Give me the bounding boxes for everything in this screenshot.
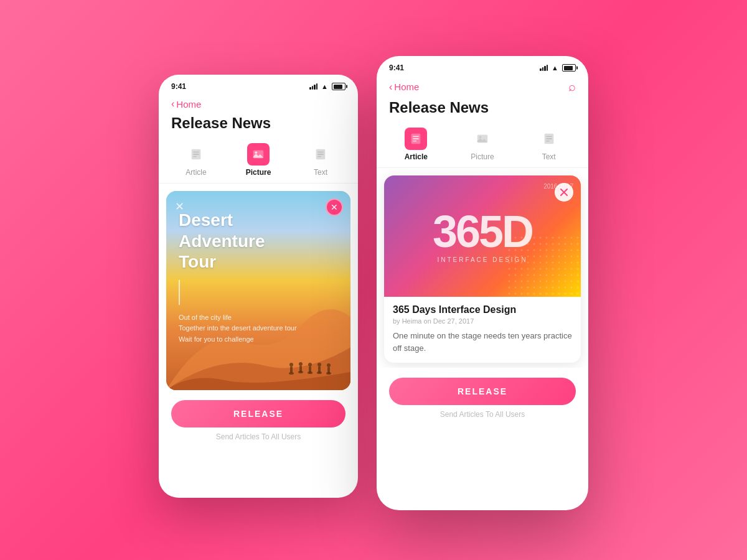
article-icon-front (409, 132, 423, 146)
tab-label-article-front: Article (405, 152, 428, 161)
tab-icon-article-back (185, 143, 207, 166)
phones-container: 9:41 ▲ ‹ Home Release News (140, 37, 607, 523)
article-image-content: 365D INTERFACE DESIGN (433, 209, 532, 263)
picture-icon-back (251, 147, 265, 161)
close-x-icon-back[interactable]: ✕ (175, 200, 184, 213)
tab-label-text-back: Text (314, 168, 327, 177)
page-title-front: Release News (377, 96, 588, 123)
svg-point-30 (479, 136, 482, 138)
page-title-back: Release News (159, 112, 358, 138)
status-icons-front: ▲ (540, 64, 576, 72)
article-body: 365 Days Interface Design by Heima on De… (384, 297, 581, 363)
tab-icon-picture-back (247, 143, 270, 166)
tab-label-text-front: Text (542, 152, 556, 161)
content-area-back: DesertAdventureTour Out of the city life… (159, 184, 358, 390)
close-button-front[interactable] (555, 183, 573, 202)
tab-icon-article-front (405, 128, 427, 150)
release-caption-back: Send Articles To All Users (216, 432, 301, 441)
picture-icon-front (476, 132, 489, 146)
text-icon-front (542, 132, 556, 146)
wifi-icon-back: ▲ (321, 83, 328, 90)
tab-bar-back: Article Picture (159, 138, 358, 184)
desert-title: DesertAdventureTour (179, 210, 338, 273)
svg-point-5 (255, 151, 258, 154)
tab-picture-back[interactable]: Picture (227, 138, 289, 183)
tab-icon-picture-front (471, 128, 494, 150)
close-button-back[interactable]: ✕ (326, 198, 343, 216)
article-meta: by Heima on Dec 27, 2017 (393, 317, 572, 325)
status-icons-back: ▲ (309, 83, 345, 90)
content-area-front: 365D INTERFACE DESIGN 2016-2017 365 Days… (377, 168, 588, 368)
article-icon-back (189, 147, 203, 161)
tab-icon-text-back (309, 143, 332, 166)
article-image: 365D INTERFACE DESIGN 2016-2017 (384, 175, 581, 297)
tab-text-back[interactable]: Text (289, 138, 352, 183)
release-section-front: RELEASE Send Articles To All Users (377, 368, 588, 424)
tab-text-front[interactable]: Text (515, 123, 582, 167)
release-section-back: RELEASE Send Articles To All Users (159, 390, 358, 446)
wifi-icon-front: ▲ (552, 64, 558, 72)
search-icon-front[interactable]: ⌕ (568, 80, 576, 94)
release-caption-front: Send Articles To All Users (440, 410, 525, 419)
chevron-icon-front: ‹ (389, 82, 392, 93)
tab-icon-text-front (538, 128, 560, 150)
tab-picture-front[interactable]: Picture (449, 123, 516, 167)
signal-icon-back (309, 83, 317, 90)
tab-bar-front: Article Picture (377, 123, 588, 168)
signal-icon-front (540, 65, 548, 71)
chevron-icon-back: ‹ (171, 98, 174, 110)
back-button-front[interactable]: ‹ Home (389, 82, 419, 93)
status-bar-front: 9:41 ▲ (377, 56, 588, 76)
close-x-icon-front (560, 188, 568, 197)
desert-subtitle: Out of the city life Together into the d… (179, 312, 338, 345)
text-icon-back (314, 147, 327, 161)
desert-text-overlay: DesertAdventureTour Out of the city life… (166, 191, 350, 390)
tab-label-picture-front: Picture (471, 152, 494, 161)
tab-article-front[interactable]: Article (383, 123, 449, 167)
nav-bar-back: ‹ Home (159, 95, 358, 112)
phone-front: 9:41 ▲ ‹ Home ⌕ Rele (377, 56, 588, 510)
status-bar-back: 9:41 ▲ (159, 75, 358, 95)
article-description: One minute on the stage needs ten years … (393, 330, 572, 354)
battery-icon-back (332, 83, 345, 90)
battery-icon-front (562, 64, 576, 72)
release-button-front[interactable]: RELEASE (389, 378, 576, 405)
picture-card: DesertAdventureTour Out of the city life… (166, 191, 350, 390)
desert-divider (179, 280, 180, 305)
release-button-back[interactable]: RELEASE (171, 400, 345, 427)
article-card: 365D INTERFACE DESIGN 2016-2017 365 Days… (384, 175, 581, 363)
tab-article-back[interactable]: Article (165, 138, 227, 183)
back-label-front: Home (394, 82, 419, 92)
big-number: 365D (433, 209, 532, 254)
nav-bar-front: ‹ Home ⌕ (377, 76, 588, 96)
phone-back: 9:41 ▲ ‹ Home Release News (159, 75, 358, 498)
tab-label-picture-back: Picture (246, 168, 271, 177)
time-back: 9:41 (171, 82, 186, 91)
back-label-back: Home (176, 99, 201, 110)
article-title: 365 Days Interface Design (393, 304, 572, 315)
design-label: INTERFACE DESIGN (433, 256, 532, 263)
time-front: 9:41 (389, 63, 404, 72)
back-button-back[interactable]: ‹ Home (171, 98, 201, 110)
tab-label-article-back: Article (186, 168, 206, 177)
